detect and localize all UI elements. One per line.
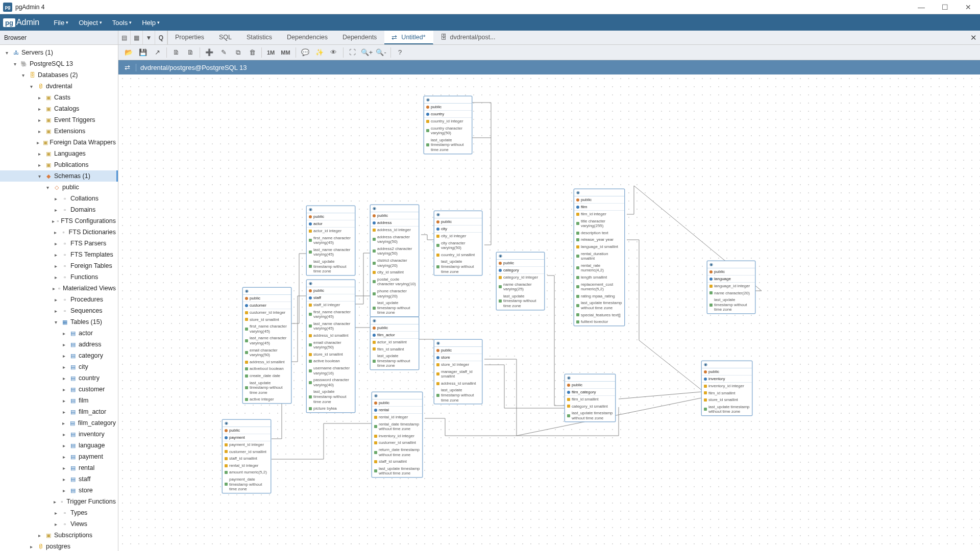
tree-node[interactable]: ▸▤category: [0, 350, 118, 361]
twisty-icon[interactable]: ▾: [52, 319, 59, 325]
eye-icon[interactable]: ◉: [436, 341, 440, 345]
tree-node[interactable]: ▸▫Types: [0, 507, 118, 518]
eye-icon[interactable]: ◉: [245, 289, 249, 293]
twisty-icon[interactable]: ▸: [60, 432, 67, 437]
entity-actor[interactable]: ◉publicactoractor_id integerfirst_name c…: [306, 206, 355, 276]
twisty-icon[interactable]: ▸: [52, 499, 57, 505]
twisty-icon[interactable]: ▸: [60, 387, 67, 392]
tree-node[interactable]: ▸▤city: [0, 361, 118, 372]
twisty-icon[interactable]: ▸: [60, 465, 67, 471]
tree-node[interactable]: ▸▤actor: [0, 328, 118, 339]
close-button[interactable]: ✕: [957, 0, 980, 14]
entity-language[interactable]: ◉publiclanguagelanguage_id integername c…: [707, 261, 755, 314]
tree-node[interactable]: ▸▫Functions: [0, 271, 118, 283]
tree-node[interactable]: ▸▫Sequences: [0, 305, 118, 316]
edit-table-icon[interactable]: ✎: [217, 46, 230, 59]
twisty-icon[interactable]: ▸: [60, 331, 67, 336]
twisty-icon[interactable]: ▸: [60, 420, 67, 426]
twisty-icon[interactable]: ▸: [60, 398, 67, 404]
tree-node[interactable]: ▾🖧Servers (1): [0, 47, 118, 58]
twisty-icon[interactable]: ▸: [36, 162, 43, 168]
tree-node[interactable]: ▸▫Views: [0, 518, 118, 530]
entity-film[interactable]: ◉publicfilmfilm_id integertitle characte…: [574, 189, 625, 326]
eye-icon[interactable]: ◉: [309, 207, 312, 212]
tree-node[interactable]: ▸▣Publications: [0, 159, 118, 170]
tree-node[interactable]: ▸▤store: [0, 485, 118, 496]
twisty-icon[interactable]: ▸: [36, 95, 43, 101]
twisty-icon[interactable]: ▾: [3, 50, 10, 56]
many-to-many-button[interactable]: MM: [278, 46, 292, 59]
menu-help[interactable]: Help▾: [137, 14, 165, 31]
twisty-icon[interactable]: ▸: [52, 286, 56, 291]
eye-icon[interactable]: ◉: [373, 318, 376, 323]
twisty-icon[interactable]: ▸: [52, 510, 59, 516]
twisty-icon[interactable]: ▾: [44, 185, 51, 190]
twisty-icon[interactable]: ▸: [52, 521, 59, 527]
tree-node[interactable]: ▸▤film_actor: [0, 406, 118, 417]
twisty-icon[interactable]: ▸: [60, 342, 67, 347]
eye-icon[interactable]: ◉: [567, 375, 571, 380]
entity-address[interactable]: ◉publicaddressaddress_id integeraddress …: [370, 205, 419, 317]
search-icon[interactable]: Q: [155, 31, 167, 44]
menu-object[interactable]: Object▾: [74, 14, 107, 31]
browser-tree[interactable]: ▾🖧Servers (1)▾🐘PostgreSQL 13▾🗄Databases …: [0, 45, 118, 551]
zoom-fit-icon[interactable]: ⛶: [346, 46, 359, 59]
tree-node[interactable]: ▸▣Foreign Data Wrappers: [0, 137, 118, 148]
entity-staff[interactable]: ◉publicstaffstaff_id integerfirst_name c…: [306, 280, 355, 413]
entity-customer[interactable]: ◉publiccustomercustomer_id integerstore_…: [242, 287, 291, 404]
entity-inventory[interactable]: ◉publicinventoryinventory_id integerfilm…: [701, 361, 752, 416]
menu-tools[interactable]: Tools▾: [107, 14, 137, 31]
zoom-in-icon[interactable]: 🔍+: [360, 46, 374, 59]
twisty-icon[interactable]: ▸: [36, 151, 43, 157]
tree-node[interactable]: ▸▤address: [0, 339, 118, 350]
twisty-icon[interactable]: ▸: [52, 230, 58, 235]
twisty-icon[interactable]: ▸: [36, 533, 43, 538]
twisty-icon[interactable]: ▾: [19, 72, 27, 78]
twisty-icon[interactable]: ▸: [60, 443, 67, 448]
menu-file[interactable]: File▾: [48, 14, 74, 31]
tree-node[interactable]: ▸▫FTS Dictionaries: [0, 227, 118, 238]
eye-icon[interactable]: ◉: [225, 421, 228, 425]
help-icon[interactable]: ?: [394, 46, 407, 59]
close-panel-icon[interactable]: ✕: [970, 33, 977, 42]
tree-node[interactable]: ▸▤customer: [0, 384, 118, 395]
tab-statistics[interactable]: Statistics: [239, 31, 280, 44]
twisty-icon[interactable]: ▸: [52, 207, 59, 213]
eye-icon[interactable]: ◉: [709, 262, 713, 267]
twisty-icon[interactable]: ▸: [60, 409, 67, 415]
show-details-icon[interactable]: 👁: [327, 46, 340, 59]
tree-node[interactable]: ▸▫FTS Templates: [0, 249, 118, 260]
auto-align-icon[interactable]: ✨: [313, 46, 326, 59]
eye-icon[interactable]: ◉: [704, 362, 707, 367]
add-note-icon[interactable]: 💬: [299, 46, 312, 59]
export-icon[interactable]: ↗: [151, 46, 164, 59]
tree-node[interactable]: ▸▤film_category: [0, 417, 118, 429]
tab-dependencies[interactable]: Dependencies: [280, 31, 335, 44]
twisty-icon[interactable]: ▸: [52, 297, 59, 303]
save-icon[interactable]: 💾: [136, 46, 150, 59]
tree-node[interactable]: ▸▫Trigger Functions: [0, 496, 118, 507]
filter-icon[interactable]: ▼: [143, 31, 155, 44]
tree-node[interactable]: ▸▣Casts: [0, 92, 118, 103]
tree-node[interactable]: ▸▤staff: [0, 473, 118, 485]
entity-film_actor[interactable]: ◉publicfilm_actoractor_id smallintfilm_i…: [370, 317, 419, 370]
tree-node[interactable]: ▸▤country: [0, 372, 118, 384]
entity-category[interactable]: ◉publiccategorycategory_id integername c…: [496, 252, 545, 310]
tree-node[interactable]: ▸▫FTS Parsers: [0, 238, 118, 249]
tree-node[interactable]: ▸▣Catalogs: [0, 103, 118, 114]
twisty-icon[interactable]: ▸: [52, 196, 59, 202]
twisty-icon[interactable]: ▸: [60, 454, 67, 460]
tree-node[interactable]: ▸▤film: [0, 395, 118, 406]
twisty-icon[interactable]: ▸: [52, 308, 59, 314]
tree-node[interactable]: ▸▫Procedures: [0, 294, 118, 305]
twisty-icon[interactable]: ▸: [60, 375, 67, 381]
tree-node[interactable]: ▾◇public: [0, 182, 118, 193]
twisty-icon[interactable]: ▸: [52, 263, 59, 269]
one-to-many-button[interactable]: 1M: [264, 46, 277, 59]
tab-dependents[interactable]: Dependents: [335, 31, 384, 44]
tree-node[interactable]: ▸▫FTS Configurations: [0, 215, 118, 227]
clone-table-icon[interactable]: ⧉: [231, 46, 244, 59]
twisty-icon[interactable]: ▸: [52, 218, 55, 224]
twisty-icon[interactable]: ▸: [36, 140, 41, 145]
twisty-icon[interactable]: ▸: [36, 106, 43, 112]
